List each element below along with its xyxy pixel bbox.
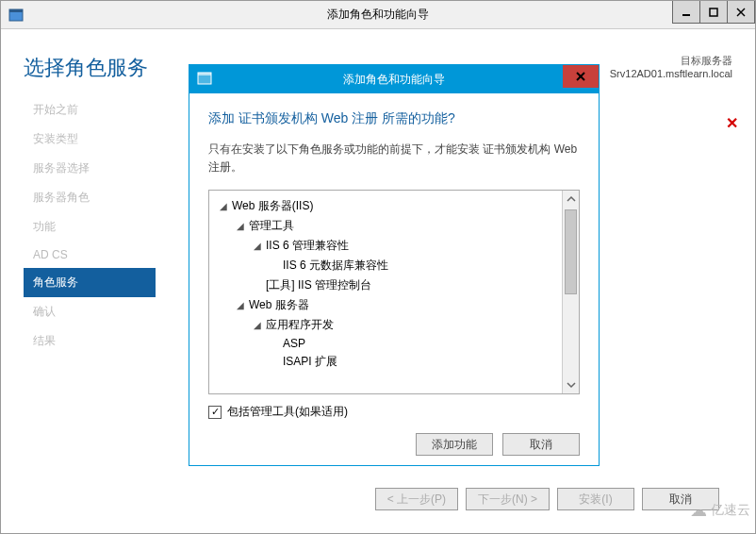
step-results[interactable]: 结果 [24, 326, 156, 356]
error-close-icon[interactable]: ✕ [726, 114, 738, 132]
tree-item[interactable]: IIS 6 元数据库兼容性 [281, 258, 388, 274]
dialog-question: 添加 证书颁发机构 Web 注册 所需的功能? [208, 110, 580, 127]
dialog-buttons: 添加功能 取消 [208, 433, 580, 456]
add-features-dialog: 添加角色和功能向导 添加 证书颁发机构 Web 注册 所需的功能? 只有在安装了… [189, 64, 600, 466]
svg-rect-1 [9, 9, 23, 12]
tree-item[interactable]: IIS 6 管理兼容性 [264, 238, 349, 254]
scroll-up-button[interactable] [563, 191, 579, 208]
step-before[interactable]: 开始之前 [24, 95, 156, 125]
svg-rect-3 [710, 8, 717, 16]
tree-item[interactable]: 应用程序开发 [264, 317, 334, 333]
server-info: 目标服务器 Srv12AD01.msftlearn.local [610, 54, 732, 79]
minimize-button[interactable] [672, 1, 700, 24]
feature-tree: ◢Web 服务器(IIS) ◢管理工具 ◢IIS 6 管理兼容性 IIS 6 元… [208, 190, 580, 394]
tree-item[interactable]: [工具] IIS 管理控制台 [264, 277, 371, 293]
close-button[interactable] [727, 1, 755, 24]
steps-nav: 开始之前 安装类型 服务器选择 服务器角色 功能 AD CS 角色服务 确认 结… [24, 93, 156, 478]
wizard-icon [8, 8, 24, 23]
maximize-button[interactable] [699, 1, 728, 24]
dialog-explain: 只有在安装了以下角色服务或功能的前提下，才能安装 证书颁发机构 Web 注册。 [208, 141, 580, 176]
tree-scrollbar[interactable] [562, 191, 579, 393]
tree-item[interactable]: ISAPI 扩展 [281, 354, 337, 370]
prev-button[interactable]: < 上一步(P) [375, 488, 458, 510]
tree-content[interactable]: ◢Web 服务器(IIS) ◢管理工具 ◢IIS 6 管理兼容性 IIS 6 元… [209, 191, 562, 393]
step-features[interactable]: 功能 [24, 212, 156, 242]
tree-twisty-icon[interactable]: ◢ [251, 320, 264, 330]
titlebar: 添加角色和功能向导 [1, 1, 755, 29]
cancel-button[interactable]: 取消 [642, 488, 719, 510]
tree-item[interactable]: 管理工具 [247, 218, 294, 234]
svg-rect-7 [198, 73, 211, 75]
add-features-button[interactable]: 添加功能 [416, 433, 493, 456]
step-confirm[interactable]: 确认 [24, 297, 156, 326]
dialog-close-button[interactable] [563, 65, 599, 88]
tree-twisty-icon[interactable]: ◢ [217, 201, 230, 211]
dialog-cancel-button[interactable]: 取消 [502, 433, 580, 456]
checkbox-label: 包括管理工具(如果适用) [227, 404, 348, 420]
server-label: 目标服务器 [610, 54, 732, 68]
footer-buttons: < 上一步(P) 下一步(N) > 安装(I) 取消 [24, 478, 732, 524]
dialog-body: 添加 证书颁发机构 Web 注册 所需的功能? 只有在安装了以下角色服务或功能的… [189, 93, 599, 465]
dialog-icon [197, 71, 212, 89]
scroll-thumb[interactable] [565, 209, 577, 294]
next-button[interactable]: 下一步(N) > [466, 488, 550, 510]
tree-twisty-icon[interactable]: ◢ [234, 300, 247, 310]
tree-item[interactable]: ASP [281, 337, 305, 350]
tree-twisty-icon[interactable]: ◢ [234, 221, 247, 231]
step-install-type[interactable]: 安装类型 [24, 125, 156, 154]
window-title: 添加角色和功能向导 [1, 7, 755, 23]
page-title: 选择角色服务 [24, 54, 148, 82]
dialog-title: 添加角色和功能向导 [189, 72, 599, 88]
dialog-titlebar: 添加角色和功能向导 [189, 65, 599, 93]
step-server-select[interactable]: 服务器选择 [24, 154, 156, 183]
install-button[interactable]: 安装(I) [557, 488, 634, 510]
scroll-track[interactable] [563, 208, 579, 376]
window-controls [673, 1, 755, 24]
server-name: Srv12AD01.msftlearn.local [610, 68, 732, 79]
scroll-down-button[interactable] [563, 376, 579, 393]
include-mgmt-checkbox-row[interactable]: ✓ 包括管理工具(如果适用) [208, 404, 580, 420]
checkbox-checked-icon[interactable]: ✓ [208, 406, 222, 419]
tree-twisty-icon[interactable]: ◢ [251, 241, 264, 251]
step-adcs[interactable]: AD CS [24, 242, 156, 268]
tree-item[interactable]: Web 服务器(IIS) [230, 198, 313, 214]
tree-item[interactable]: Web 服务器 [247, 297, 309, 313]
step-role-services[interactable]: 角色服务 [24, 268, 156, 297]
step-server-role[interactable]: 服务器角色 [24, 183, 156, 212]
